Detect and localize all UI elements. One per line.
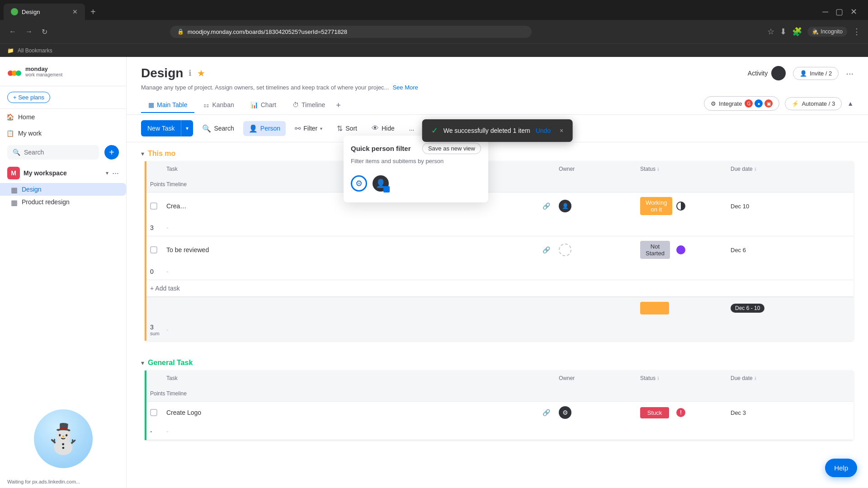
- group-this-month-table: Task Owner Status ℹ Due date ℹ Points Ti…: [145, 161, 854, 341]
- group-chevron-icon[interactable]: ▾: [141, 150, 144, 157]
- page-star-icon[interactable]: ★: [197, 68, 205, 79]
- see-plans-button[interactable]: + See plans: [7, 92, 50, 103]
- new-task-button[interactable]: New Task ▾: [141, 120, 193, 136]
- help-button[interactable]: Help: [825, 459, 857, 477]
- new-tab-button[interactable]: +: [87, 5, 99, 19]
- toast-close-button[interactable]: ×: [560, 127, 563, 134]
- invite-button[interactable]: 👤 Invite / 2: [793, 67, 839, 80]
- summary-status-bar: [640, 302, 669, 314]
- back-button[interactable]: ←: [7, 26, 18, 38]
- gen-row-task-1[interactable]: Create Logo: [163, 402, 519, 423]
- integration-logos: G ● ▣: [745, 99, 773, 108]
- checkbox-1[interactable]: [150, 202, 157, 210]
- collapse-icon[interactable]: ▲: [847, 100, 854, 107]
- workspace-more-icon[interactable]: ···: [112, 169, 119, 178]
- gen-row-owner-1[interactable]: ⚙: [555, 402, 637, 423]
- bookmark-star-icon[interactable]: ☆: [767, 27, 774, 37]
- tab-close-button[interactable]: ✕: [72, 8, 78, 15]
- hide-button[interactable]: 👁 Hide: [366, 121, 400, 136]
- row-checkbox-1[interactable]: [146, 192, 163, 220]
- close-window-button[interactable]: ✕: [850, 7, 857, 17]
- sidebar-search[interactable]: 🔍 Search: [7, 145, 99, 160]
- row-points-2[interactable]: 0: [146, 263, 163, 280]
- home-label: Home: [18, 113, 35, 121]
- tab-chart[interactable]: 📊 Chart: [243, 98, 283, 113]
- sidebar-item-my-work[interactable]: 📋 My work: [0, 125, 126, 141]
- tab-main-table[interactable]: ▦ Main Table: [141, 98, 194, 113]
- url-input[interactable]: 🔒 moodjoy.monday.com/boards/1830420525?u…: [170, 26, 532, 38]
- add-task-label: + Add task: [150, 285, 180, 292]
- due-date-text-1: Dec 10: [731, 203, 749, 210]
- gen-col-timeline: Timeline: [163, 386, 519, 401]
- extensions-icon[interactable]: 🧩: [792, 27, 802, 37]
- sidebar-item-product-redesign[interactable]: ▦ Product redesign: [0, 196, 126, 208]
- checkbox-2[interactable]: [150, 246, 157, 253]
- new-task-dropdown-arrow[interactable]: ▾: [181, 122, 193, 135]
- integrate-button[interactable]: ⚙ Integrate G ● ▣: [704, 96, 779, 111]
- row-timeline-1[interactable]: -: [163, 220, 519, 236]
- timeline-dash-2: -: [166, 268, 169, 275]
- integrate-label: Integrate: [719, 100, 742, 107]
- row-owner-1[interactable]: 👤: [555, 192, 637, 220]
- help-label: Help: [834, 464, 848, 472]
- bookmarks-folder-icon: 📁: [7, 47, 14, 54]
- tab-actions: ⚙ Integrate G ● ▣ ⚡ Automate / 3 ▲: [704, 96, 854, 114]
- gen-row-status-1[interactable]: Stuck: [637, 402, 673, 423]
- task-link-icon-1[interactable]: 🔗: [541, 201, 552, 211]
- save-view-button[interactable]: Save as new view: [422, 143, 481, 154]
- person-filter-user[interactable]: 👤: [373, 175, 389, 192]
- add-view-button[interactable]: +: [334, 99, 343, 112]
- workspace-header[interactable]: M My workspace ▾ ···: [0, 163, 126, 183]
- add-button[interactable]: +: [104, 145, 119, 160]
- gen-row-due-1[interactable]: Dec 3: [727, 402, 772, 423]
- toast-undo-button[interactable]: Undo: [536, 127, 551, 134]
- tab-timeline[interactable]: ⏱ Timeline: [285, 98, 332, 113]
- gen-col-checkbox: [146, 371, 163, 386]
- row-task-2[interactable]: To be reviewed: [163, 236, 519, 263]
- sort-button[interactable]: ⇅ Sort: [331, 121, 363, 136]
- row-timeline-2[interactable]: -: [163, 263, 519, 280]
- summary-cb: [146, 297, 163, 319]
- sidebar-item-design[interactable]: ▦ Design: [0, 183, 126, 196]
- person-filter-button[interactable]: 👤 Person: [243, 121, 286, 136]
- menu-icon[interactable]: ⋮: [853, 27, 861, 37]
- row-points-1[interactable]: 3: [146, 220, 163, 236]
- reload-button[interactable]: ↻: [40, 26, 49, 38]
- download-icon[interactable]: ⬇: [780, 27, 787, 37]
- row-due-date-2[interactable]: Dec 6: [727, 236, 772, 263]
- page-info-icon[interactable]: ℹ: [189, 68, 192, 78]
- gen-row-cb-1[interactable]: [146, 402, 163, 423]
- dropdown-description: Filter items and subitems by person: [351, 158, 481, 164]
- gen-checkbox-1[interactable]: [150, 409, 157, 416]
- gen-row-timeline-1[interactable]: -: [163, 423, 519, 440]
- owner-avatar-1: 👤: [559, 200, 571, 212]
- minimize-button[interactable]: ─: [822, 7, 828, 17]
- add-task-button[interactable]: + Add task: [146, 280, 854, 296]
- forward-button[interactable]: →: [24, 26, 34, 38]
- row-status-2[interactable]: Not Started: [637, 236, 673, 263]
- more-options-button[interactable]: ...: [404, 122, 420, 135]
- page-more-button[interactable]: ···: [846, 68, 854, 79]
- automate-button[interactable]: ⚡ Automate / 3: [785, 97, 842, 110]
- task-link-icon-2[interactable]: 🔗: [541, 244, 552, 255]
- row-due-date-1[interactable]: Dec 10: [727, 192, 772, 220]
- row-owner-2[interactable]: [555, 236, 637, 263]
- group-general-chevron-icon[interactable]: ▾: [141, 359, 144, 366]
- active-tab[interactable]: Design ✕: [4, 4, 85, 20]
- tab-kanban[interactable]: ⚏ Kanban: [196, 98, 241, 113]
- summary-status: [637, 297, 673, 319]
- gen-task-link-icon-1[interactable]: 🔗: [541, 407, 552, 418]
- person-filter-gear[interactable]: ⚙: [351, 175, 367, 192]
- search-button[interactable]: 🔍 Search: [197, 121, 239, 136]
- activity-button[interactable]: Activity: [748, 66, 786, 80]
- gen-row-points-1[interactable]: -: [146, 423, 163, 440]
- col-status-ind: [673, 161, 727, 177]
- search-label: Search: [214, 125, 234, 132]
- see-more-link[interactable]: See More: [392, 84, 418, 91]
- row-status-1[interactable]: Working on it: [637, 192, 673, 220]
- sidebar-item-home[interactable]: 🏠 Home: [0, 109, 126, 125]
- filter-button[interactable]: ⚯ Filter ▾: [289, 121, 328, 136]
- row-checkbox-2[interactable]: [146, 236, 163, 263]
- maximize-button[interactable]: ▢: [835, 7, 843, 17]
- timeline-dash-1: -: [166, 224, 169, 231]
